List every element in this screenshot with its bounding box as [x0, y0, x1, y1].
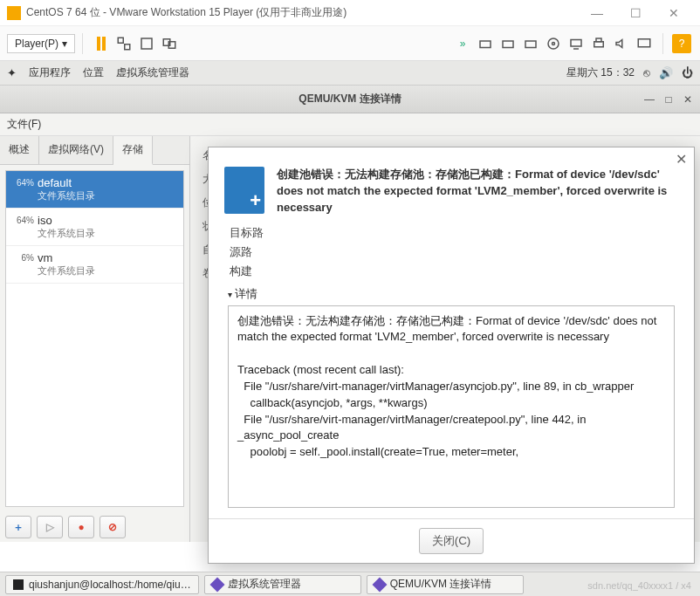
svg-rect-5	[480, 41, 491, 48]
pool-item-default[interactable]: 64% default 文件系统目录	[6, 171, 183, 209]
inner-minimize-button[interactable]: —	[642, 93, 656, 106]
pool-pct: 6%	[10, 251, 34, 263]
pool-pct: 64%	[10, 214, 34, 225]
svg-rect-13	[638, 38, 650, 46]
gnome-places-menu[interactable]: 位置	[83, 65, 104, 80]
vmware-logo-icon	[7, 6, 21, 20]
svg-rect-12	[596, 38, 601, 42]
pool-item-vm[interactable]: 6% vm 文件系统目录	[6, 246, 183, 284]
virt-manager-icon	[372, 577, 387, 592]
virt-manager-icon	[209, 577, 224, 592]
svg-rect-6	[503, 41, 513, 48]
task-terminal[interactable]: qiushanjun@localhost:/home/qiu…	[5, 575, 199, 594]
dropdown-icon: ▾	[62, 38, 67, 50]
svg-rect-1	[125, 44, 130, 49]
player-menu-button[interactable]: Player(P) ▾	[7, 34, 75, 53]
dialog-close-x[interactable]: ✕	[676, 151, 687, 168]
send-ctrl-alt-del-icon[interactable]	[114, 34, 134, 53]
inner-window-titlebar: QEMU/KVM 连接详情 — □ ✕	[0, 86, 700, 113]
svg-rect-2	[141, 38, 152, 49]
volume-status-icon[interactable]: 🔊	[659, 66, 673, 79]
inner-close-button[interactable]: ✕	[681, 93, 695, 106]
svg-point-8	[548, 38, 559, 49]
error-dialog: ✕ 创建池错误：无法构建存储池：存储池已构建：Format of device …	[208, 147, 695, 564]
svg-rect-10	[571, 39, 581, 46]
pool-name: default	[38, 176, 95, 189]
vmware-titlebar: CentOS 7 64 位 - VMware Workstation 15 Pl…	[0, 0, 700, 26]
minimize-button[interactable]: —	[578, 0, 616, 26]
storage-pool-create-icon	[224, 167, 264, 214]
stop-pool-button[interactable]: ●	[68, 516, 94, 538]
svg-rect-7	[525, 41, 536, 48]
details-toggle[interactable]: 详情	[209, 286, 694, 302]
tabs-head: 概述 虚拟网络(V) 存储	[0, 136, 189, 165]
pool-name: iso	[38, 214, 95, 227]
pool-sub: 文件系统目录	[38, 227, 95, 240]
maximize-button[interactable]: ☐	[616, 0, 655, 26]
pool-pct: 64%	[10, 176, 34, 188]
task-connection-details-label: QEMU/KVM 连接详情	[390, 577, 492, 592]
window-title: CentOS 7 64 位 - VMware Workstation 15 Pl…	[26, 5, 578, 20]
gnome-apps-menu[interactable]: 应用程序	[29, 65, 71, 80]
label-build: 构建	[230, 264, 675, 279]
gnome-taskbar: qiushanjun@localhost:/home/qiu… 虚拟系统管理器 …	[0, 572, 700, 596]
device-icon[interactable]: »	[453, 34, 472, 53]
player-menu-label: Player(P)	[15, 38, 58, 50]
pool-item-iso[interactable]: 64% iso 文件系统目录	[6, 209, 183, 246]
help-icon[interactable]: ?	[672, 34, 691, 53]
dialog-close-button[interactable]: 关闭(C)	[419, 528, 484, 554]
label-source: 源路	[230, 244, 675, 260]
svg-point-9	[552, 42, 555, 45]
tab-storage[interactable]: 存储	[113, 136, 153, 165]
tab-vnet[interactable]: 虚拟网络(V)	[39, 136, 113, 164]
network-status-icon[interactable]: ⎋	[643, 66, 650, 79]
inner-maximize-button[interactable]: □	[662, 93, 676, 106]
display-icon[interactable]	[635, 34, 654, 53]
error-message: 创建池错误：无法构建存储池：存储池已构建：Format of device '/…	[277, 167, 675, 216]
task-virt-manager-label: 虚拟系统管理器	[228, 577, 301, 592]
file-menu[interactable]: 文件(F)	[7, 117, 41, 132]
pool-name: vm	[38, 251, 95, 264]
gnome-top-bar: ✦ 应用程序 位置 虚拟系统管理器 星期六 15：32 ⎋ 🔊 ⏻	[0, 61, 700, 86]
svg-rect-11	[594, 41, 604, 46]
pool-sub: 文件系统目录	[38, 189, 95, 202]
gnome-apps-icon[interactable]: ✦	[7, 66, 17, 79]
inner-window-title: QEMU/KVM 连接详情	[299, 92, 401, 106]
start-pool-button[interactable]: ▷	[37, 516, 63, 538]
terminal-icon	[13, 579, 24, 590]
close-button[interactable]: ✕	[655, 0, 693, 26]
cd-icon[interactable]	[544, 34, 563, 53]
task-connection-details[interactable]: QEMU/KVM 连接详情	[367, 575, 524, 594]
hdd3-icon[interactable]	[521, 34, 540, 53]
svg-rect-0	[118, 38, 123, 43]
pool-action-buttons: ＋ ▷ ● ⊘	[0, 512, 189, 542]
storage-pool-list[interactable]: 64% default 文件系统目录 64% iso 文件系统目录 6% vm …	[5, 170, 184, 507]
tab-overview[interactable]: 概述	[0, 136, 39, 164]
sound-icon[interactable]	[612, 34, 631, 53]
printer-icon[interactable]	[589, 34, 608, 53]
power-status-icon[interactable]: ⏻	[682, 66, 693, 79]
pause-icon[interactable]	[92, 34, 111, 53]
details-textbox[interactable]: 创建池错误：无法构建存储池：存储池已构建：Format of device '/…	[228, 305, 675, 508]
unity-icon[interactable]	[160, 34, 179, 53]
pool-sub: 文件系统目录	[38, 264, 95, 277]
left-column: 概述 虚拟网络(V) 存储 64% default 文件系统目录 64% iso…	[0, 136, 190, 542]
add-pool-button[interactable]: ＋	[5, 516, 31, 538]
task-virt-manager[interactable]: 虚拟系统管理器	[204, 575, 361, 594]
label-target: 目标路	[230, 225, 675, 241]
hdd1-icon[interactable]	[476, 34, 495, 53]
hdd2-icon[interactable]	[498, 34, 518, 53]
gnome-clock: 星期六 15：32	[566, 65, 635, 80]
gnome-active-app[interactable]: 虚拟系统管理器	[116, 65, 189, 80]
network-icon[interactable]	[566, 34, 586, 53]
fullscreen-icon[interactable]	[137, 34, 156, 53]
delete-pool-button[interactable]: ⊘	[100, 516, 126, 538]
dialog-mid-labels: 目标路 源路 构建	[209, 222, 694, 286]
task-terminal-label: qiushanjun@localhost:/home/qiu…	[29, 579, 191, 591]
vmware-toolbar: Player(P) ▾ » ?	[0, 26, 700, 61]
inner-menubar: 文件(F)	[0, 113, 700, 136]
